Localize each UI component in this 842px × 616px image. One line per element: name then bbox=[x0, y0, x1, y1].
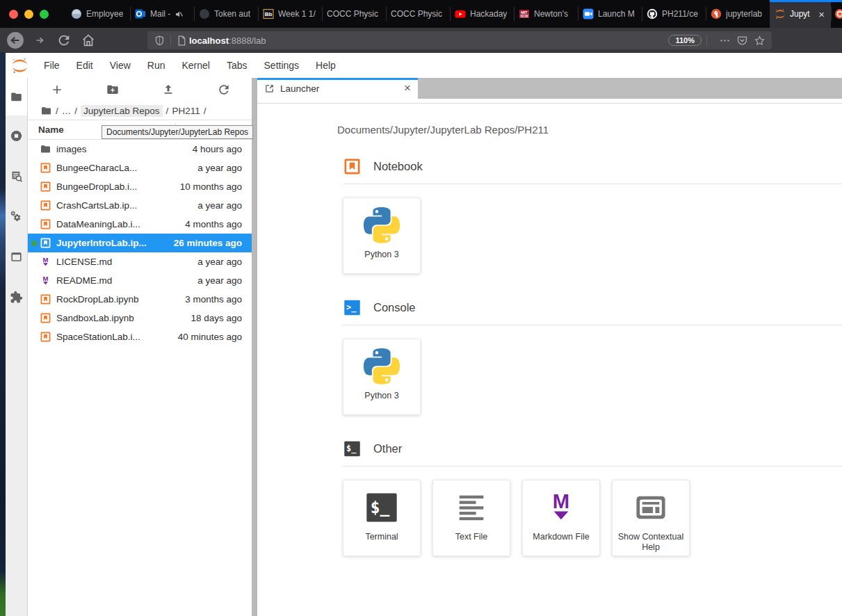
url-bar[interactable]: localhost:8888/lab 110% bbox=[147, 31, 772, 49]
github-dark-favicon-icon bbox=[199, 8, 210, 19]
window-minimize-button[interactable] bbox=[24, 10, 33, 19]
file-modified: a year ago bbox=[197, 257, 242, 267]
file-name: BungeeCharacLa... bbox=[56, 163, 197, 173]
url-text[interactable]: localhost:8888/lab bbox=[189, 35, 266, 46]
file-row[interactable]: MREADME.mda year ago bbox=[28, 271, 252, 290]
bookmark-star-icon[interactable] bbox=[754, 35, 766, 47]
outlook-favicon-icon bbox=[135, 8, 146, 19]
browser-tab[interactable] bbox=[831, 0, 842, 28]
file-row[interactable]: SpaceStationLab.i...40 minutes ago bbox=[28, 327, 252, 346]
browser-tab-title: jupyterlab bbox=[726, 9, 762, 19]
breadcrumb-ellipsis[interactable]: … bbox=[62, 106, 72, 116]
breadcrumb-home-folder-icon[interactable] bbox=[40, 105, 52, 117]
mit-ocw-favicon-icon: MITOCW bbox=[519, 8, 530, 19]
launcher-cards: Python 3 bbox=[343, 339, 842, 415]
browser-tab[interactable]: PH211/ce bbox=[642, 0, 706, 28]
file-modified: a year ago bbox=[197, 200, 242, 211]
tab-muted-icon[interactable] bbox=[175, 10, 184, 19]
reload-button[interactable] bbox=[55, 31, 73, 49]
file-row[interactable]: BungeeDropLab.i...10 months ago bbox=[28, 177, 252, 196]
breadcrumb-jupyterlab-repos[interactable]: JupyterLab Repos bbox=[81, 105, 163, 117]
home-button[interactable] bbox=[79, 31, 97, 49]
sidebar-item-command-palette[interactable] bbox=[6, 156, 27, 196]
shield-icon[interactable] bbox=[154, 35, 165, 47]
markdown-file-icon: M bbox=[40, 275, 51, 286]
file-row[interactable]: SandboxLab.ipynb18 days ago bbox=[28, 309, 252, 327]
file-row[interactable]: BungeeCharacLa...a year ago bbox=[28, 159, 252, 177]
section-header: $_Other bbox=[343, 439, 842, 459]
launcher-card-show-contextual-help[interactable]: Show Contextual Help bbox=[612, 480, 690, 556]
browser-tab[interactable]: COCC Physic bbox=[322, 0, 386, 28]
new-launcher-button[interactable] bbox=[50, 83, 64, 97]
launcher-tab-close-icon[interactable]: × bbox=[404, 81, 411, 95]
forward-button[interactable] bbox=[31, 31, 49, 49]
notebook-file-icon bbox=[40, 181, 51, 193]
window-close-button[interactable] bbox=[9, 10, 18, 19]
sidebar-item-extension-manager[interactable] bbox=[6, 277, 27, 317]
upload-button[interactable] bbox=[161, 83, 175, 97]
launcher-tab[interactable]: Launcher × bbox=[257, 78, 418, 99]
file-browser-icon bbox=[10, 90, 23, 104]
menu-item-help[interactable]: Help bbox=[307, 60, 344, 71]
file-row[interactable]: DataMeaningLab.i...4 months ago bbox=[28, 215, 252, 234]
tab-close-icon[interactable]: × bbox=[817, 8, 826, 20]
svg-text:OCW: OCW bbox=[521, 15, 529, 18]
column-header-name[interactable]: Name bbox=[38, 124, 64, 135]
zoom-level-badge[interactable]: 110% bbox=[668, 35, 702, 46]
file-row[interactable]: CrashCartsLab.ip...a year ago bbox=[28, 196, 252, 215]
launcher-card-python-3[interactable]: Python 3 bbox=[343, 197, 421, 274]
browser-tab[interactable]: BbWeek 1 1/ bbox=[258, 0, 322, 28]
panel-splitter[interactable] bbox=[252, 78, 257, 616]
notebook-file-icon bbox=[40, 162, 51, 174]
breadcrumb-ph211[interactable]: PH211 bbox=[172, 106, 200, 116]
svg-text:Bb: Bb bbox=[265, 11, 273, 17]
page-info-icon[interactable] bbox=[176, 35, 188, 47]
back-button[interactable] bbox=[6, 31, 24, 49]
refresh-button[interactable] bbox=[217, 83, 231, 97]
browser-tab[interactable]: Launch M bbox=[578, 0, 642, 28]
menu-item-edit[interactable]: Edit bbox=[68, 60, 102, 71]
menu-item-file[interactable]: File bbox=[35, 60, 68, 71]
launcher-card-terminal[interactable]: $_Terminal bbox=[343, 480, 421, 556]
browser-tab[interactable]: Token aut bbox=[194, 0, 258, 28]
browser-tab[interactable]: Mail - bbox=[130, 0, 194, 28]
file-row[interactable]: MLICENSE.mda year ago bbox=[28, 252, 252, 271]
contextual-help-icon bbox=[633, 489, 669, 526]
sidebar-item-open-tabs[interactable] bbox=[6, 236, 27, 277]
running-kernel-dot bbox=[31, 241, 37, 246]
browser-tab-bar: EmployeeMail - Token autBbWeek 1 1/COCC … bbox=[0, 0, 842, 28]
pocket-icon[interactable] bbox=[736, 35, 748, 47]
file-name: JupyterIntroLab.ip... bbox=[56, 238, 174, 248]
menu-item-kernel[interactable]: Kernel bbox=[173, 60, 218, 71]
file-row[interactable]: images4 hours ago bbox=[28, 140, 252, 159]
file-row[interactable]: JupyterIntroLab.ip...26 minutes ago bbox=[28, 234, 252, 252]
launcher-card-markdown-file[interactable]: MMarkdown File bbox=[522, 480, 600, 556]
browser-tab[interactable]: COCC Physic bbox=[386, 0, 450, 28]
browser-tab[interactable]: Employee bbox=[66, 0, 130, 28]
launcher-card-python-3[interactable]: Python 3 bbox=[343, 339, 421, 415]
sidebar-item-property-inspector[interactable] bbox=[6, 196, 27, 236]
menu-item-tabs[interactable]: Tabs bbox=[218, 60, 256, 71]
browser-tab[interactable]: jupyterlab bbox=[706, 0, 770, 28]
file-modified: 3 months ago bbox=[185, 294, 242, 305]
file-row[interactable]: RockDropLab.ipynb3 months ago bbox=[28, 290, 252, 309]
file-name: CrashCartsLab.ip... bbox=[56, 200, 197, 211]
sidebar-item-running-sessions[interactable] bbox=[6, 115, 27, 156]
page-actions-icon[interactable] bbox=[719, 35, 731, 47]
sidebar-item-file-browser[interactable] bbox=[6, 78, 27, 115]
launcher-card-label: Markdown File bbox=[531, 532, 591, 542]
browser-chrome: EmployeeMail - Token autBbWeek 1 1/COCC … bbox=[0, 0, 842, 53]
browser-tab-active[interactable]: Jupyt× bbox=[770, 0, 831, 28]
browser-tab[interactable]: MITOCWNewton's bbox=[514, 0, 578, 28]
menu-item-run[interactable]: Run bbox=[139, 60, 174, 71]
menu-item-settings[interactable]: Settings bbox=[256, 60, 308, 71]
launcher-card-text-file[interactable]: Text File bbox=[432, 480, 510, 556]
browser-tab[interactable]: Hackaday bbox=[450, 0, 514, 28]
window-zoom-button[interactable] bbox=[40, 10, 49, 19]
section-divider bbox=[343, 184, 842, 184]
menu-item-view[interactable]: View bbox=[102, 60, 139, 71]
terminal-icon: $_ bbox=[364, 489, 400, 526]
new-folder-button[interactable] bbox=[106, 83, 120, 97]
extension-manager-icon bbox=[10, 291, 23, 304]
file-list-header[interactable]: Name Last Modified Documents/Jupyter/Jup… bbox=[28, 120, 252, 140]
